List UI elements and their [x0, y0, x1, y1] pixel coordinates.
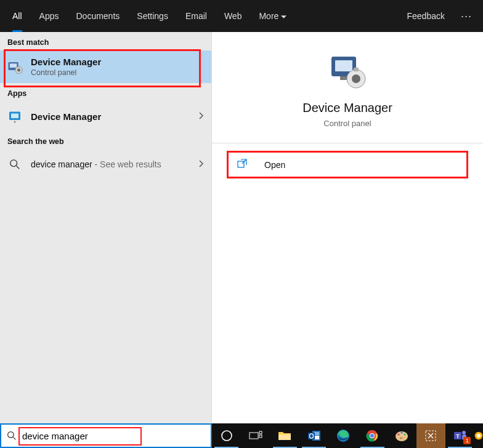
- taskbar-app-partial[interactable]: [474, 423, 483, 448]
- svg-point-44: [477, 434, 481, 438]
- svg-rect-10: [335, 60, 352, 71]
- taskbar-file-explorer[interactable]: [270, 423, 299, 448]
- section-label-best-match: Best match: [0, 32, 211, 50]
- filter-tab-label: Documents: [76, 11, 120, 21]
- teams-badge: 1: [463, 437, 471, 444]
- ellipsis-icon: ···: [461, 10, 472, 23]
- svg-rect-11: [340, 76, 347, 80]
- search-bar[interactable]: [0, 423, 212, 448]
- svg-rect-5: [11, 114, 18, 119]
- filter-active-underline: [12, 30, 22, 32]
- taskbar-paint[interactable]: [387, 423, 416, 448]
- svg-point-6: [14, 121, 16, 123]
- search-input[interactable]: [22, 425, 211, 447]
- search-icon: [1, 431, 22, 441]
- taskbar-chrome[interactable]: [358, 423, 387, 448]
- web-result[interactable]: device manager - See web results: [0, 150, 211, 179]
- device-manager-app-icon: [6, 108, 23, 125]
- taskbar: T 1: [212, 423, 483, 448]
- svg-rect-14: [354, 68, 359, 71]
- filter-tab-apps[interactable]: Apps: [31, 0, 68, 32]
- svg-point-37: [399, 437, 402, 439]
- svg-point-3: [17, 68, 20, 71]
- filter-tab-label: More: [259, 11, 278, 21]
- svg-point-33: [397, 433, 399, 435]
- best-match-texts: Device Manager Control panel: [31, 57, 204, 77]
- filter-tab-label: Email: [185, 11, 207, 21]
- svg-point-34: [400, 431, 402, 433]
- section-label-apps: Apps: [0, 83, 211, 102]
- app-result-device-manager[interactable]: Device Manager: [0, 102, 211, 131]
- taskbar-task-view-button[interactable]: [241, 423, 270, 448]
- taskbar-outlook[interactable]: [299, 423, 328, 448]
- svg-point-18: [222, 431, 232, 441]
- web-result-query: device manager: [31, 159, 92, 169]
- chrome-icon: [366, 430, 378, 442]
- device-manager-icon: [6, 58, 23, 76]
- task-view-icon: [249, 431, 262, 441]
- chevron-right-icon: [199, 159, 204, 169]
- svg-text:T: T: [456, 433, 460, 439]
- svg-line-17: [13, 437, 15, 439]
- detail-title: Device Manager: [227, 101, 468, 115]
- filter-tab-label: Settings: [137, 11, 168, 21]
- paint-icon: [395, 430, 408, 442]
- svg-point-7: [10, 160, 17, 167]
- svg-point-41: [462, 431, 466, 434]
- chevron-right-icon: [199, 111, 204, 121]
- snip-icon: [424, 430, 437, 442]
- filter-tab-email[interactable]: Email: [177, 0, 216, 32]
- filter-tab-settings[interactable]: Settings: [128, 0, 177, 32]
- filter-tab-more[interactable]: More: [250, 0, 295, 32]
- svg-rect-21: [259, 435, 262, 438]
- svg-point-36: [403, 437, 405, 439]
- taskbar-teams[interactable]: T 1: [445, 423, 474, 448]
- web-result-texts: device manager - See web results: [31, 159, 199, 170]
- edge-icon: [336, 429, 350, 442]
- best-match-result[interactable]: Device Manager Control panel: [0, 50, 211, 83]
- filter-tab-label: All: [12, 11, 22, 21]
- svg-point-13: [352, 74, 360, 83]
- open-action-label: Open: [264, 160, 285, 170]
- svg-rect-20: [259, 431, 262, 434]
- detail-card: Device Manager Control panel: [212, 32, 483, 143]
- outlook-icon: [307, 430, 321, 442]
- best-match-subtitle: Control panel: [31, 68, 204, 77]
- svg-point-35: [404, 433, 405, 435]
- web-result-suffix: - See web results: [92, 159, 161, 169]
- app-icon: [474, 429, 483, 442]
- annotation-highlight-open: Open: [227, 151, 468, 178]
- section-label-search-web: Search the web: [0, 131, 211, 150]
- cortana-icon: [221, 430, 233, 442]
- results-left-column: Best match Device Manager Control panel …: [0, 32, 212, 423]
- filter-tab-all[interactable]: All: [4, 0, 31, 32]
- svg-line-8: [17, 166, 20, 169]
- open-icon: [237, 159, 256, 170]
- best-match-title: Device Manager: [31, 57, 204, 67]
- search-icon: [6, 156, 23, 173]
- device-manager-large-icon: [328, 54, 367, 92]
- detail-subtitle: Control panel: [227, 119, 468, 128]
- svg-rect-19: [250, 433, 258, 439]
- svg-point-16: [8, 432, 14, 438]
- more-options-button[interactable]: ···: [453, 0, 479, 32]
- file-explorer-icon: [278, 430, 291, 441]
- taskbar-snip[interactable]: [416, 423, 445, 448]
- filter-tab-web[interactable]: Web: [216, 0, 251, 32]
- feedback-button[interactable]: Feedback: [399, 0, 453, 32]
- svg-rect-15: [238, 161, 244, 167]
- search-results-main: Best match Device Manager Control panel …: [0, 32, 483, 423]
- svg-point-31: [370, 434, 374, 438]
- app-result-title: Device Manager: [31, 111, 199, 122]
- svg-rect-1: [10, 63, 17, 68]
- search-filter-bar: All Apps Documents Settings Email Web Mo…: [0, 0, 483, 32]
- svg-rect-22: [278, 434, 291, 440]
- filter-tab-documents[interactable]: Documents: [67, 0, 128, 32]
- filter-tab-label: Web: [224, 11, 242, 21]
- result-detail-pane: Device Manager Control panel Open: [212, 32, 483, 423]
- taskbar-edge[interactable]: [328, 423, 357, 448]
- taskbar-cortana-button[interactable]: [212, 423, 241, 448]
- app-result-texts: Device Manager: [31, 111, 199, 122]
- open-action[interactable]: Open: [229, 153, 466, 177]
- feedback-label: Feedback: [407, 11, 445, 21]
